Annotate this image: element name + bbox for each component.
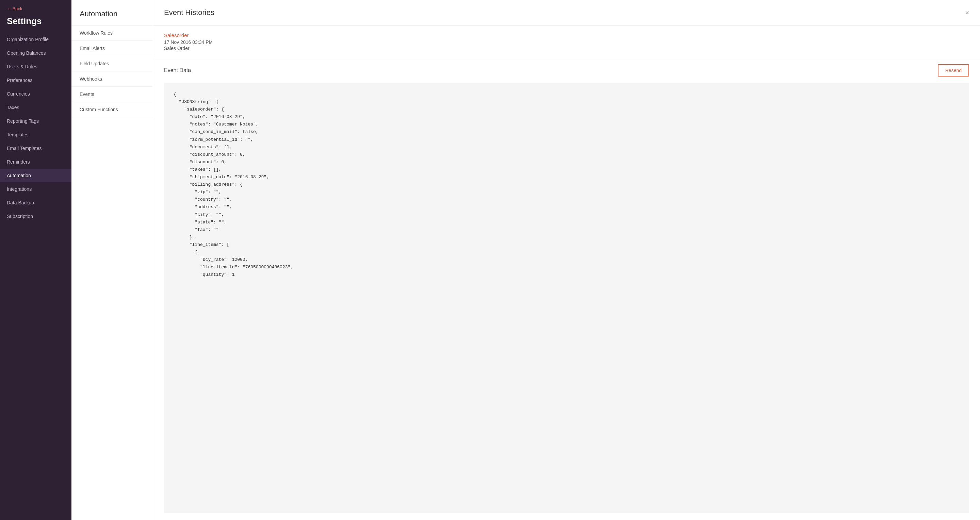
page-title: Event Histories [164,8,215,17]
main-content: Event Histories × Salesorder 17 Nov 2016… [153,0,980,520]
middle-nav-item-custom-functions[interactable]: Custom Functions [72,102,153,117]
sidebar-item-reminders[interactable]: Reminders [0,155,72,169]
sidebar-item-preferences[interactable]: Preferences [0,73,72,87]
sidebar-item-organization-profile[interactable]: Organization Profile [0,33,72,46]
event-type: Sales Order [164,46,969,51]
sidebar-nav: Organization ProfileOpening BalancesUser… [0,33,72,223]
resend-button[interactable]: Resend [938,64,969,76]
sidebar-item-automation[interactable]: Automation [0,169,72,182]
event-info: Salesorder 17 Nov 2016 03:34 PM Sales Or… [153,25,980,58]
sidebar-item-templates[interactable]: Templates [0,128,72,141]
settings-title: Settings [0,14,72,33]
event-data-header: Event Data Resend [153,58,980,82]
back-button[interactable]: ← Back [0,0,72,14]
sidebar-item-reporting-tags[interactable]: Reporting Tags [0,114,72,128]
main-header: Event Histories × [153,0,980,25]
sidebar-item-users-roles[interactable]: Users & Roles [0,60,72,73]
middle-panel: Automation Workflow RulesEmail AlertsFie… [72,0,153,520]
middle-nav-item-email-alerts[interactable]: Email Alerts [72,41,153,56]
code-block: { "JSONString": { "salesorder": { "date"… [164,82,969,513]
sidebar-item-currencies[interactable]: Currencies [0,87,72,101]
middle-nav-item-events[interactable]: Events [72,87,153,102]
close-button[interactable]: × [965,9,969,17]
middle-nav-item-field-updates[interactable]: Field Updates [72,56,153,71]
middle-nav-item-workflow-rules[interactable]: Workflow Rules [72,25,153,41]
sidebar: ← Back Settings Organization ProfileOpen… [0,0,72,520]
sidebar-item-subscription[interactable]: Subscription [0,209,72,223]
middle-nav-item-webhooks[interactable]: Webhooks [72,71,153,87]
event-date: 17 Nov 2016 03:34 PM [164,40,969,45]
sidebar-item-integrations[interactable]: Integrations [0,182,72,196]
event-data-title: Event Data [164,67,191,73]
sidebar-item-taxes[interactable]: Taxes [0,101,72,114]
sidebar-item-email-templates[interactable]: Email Templates [0,141,72,155]
automation-title: Automation [72,0,153,25]
event-data-section: Event Data Resend { "JSONString": { "sal… [153,58,980,520]
middle-nav: Workflow RulesEmail AlertsField UpdatesW… [72,25,153,117]
salesorder-link[interactable]: Salesorder [164,32,969,38]
sidebar-item-data-backup[interactable]: Data Backup [0,196,72,209]
sidebar-item-opening-balances[interactable]: Opening Balances [0,46,72,60]
